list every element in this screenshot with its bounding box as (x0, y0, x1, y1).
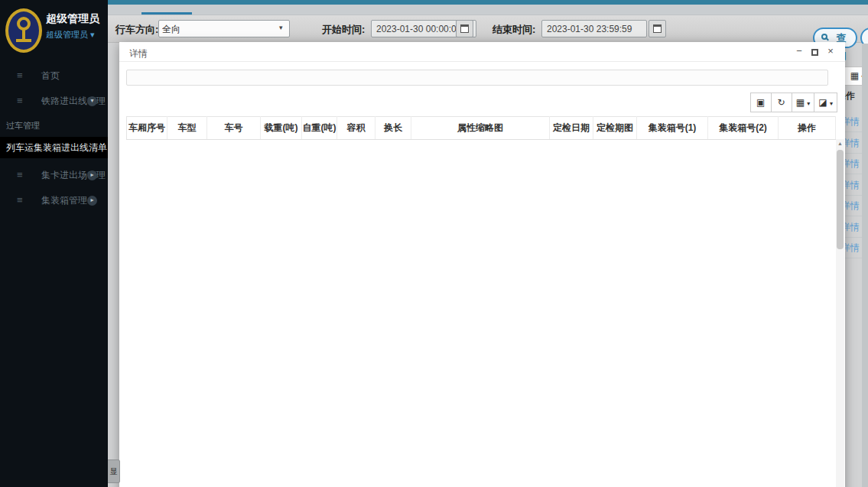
sidebar-item-container-mgmt[interactable]: ≡ 集装箱管理 ▸ (0, 190, 108, 210)
column-header-10: 集装箱号(1) (637, 117, 708, 140)
column-header-8: 定检日期 (550, 117, 593, 140)
logo-base (16, 39, 31, 42)
direction-select[interactable]: 全向 (158, 20, 290, 37)
column-header-7: 属性缩略图 (411, 117, 550, 140)
list-icon: ≡ (17, 165, 23, 185)
active-tab-indicator (141, 12, 192, 15)
filter-bar: 行车方向: 全向 ▾ 开始时间: 结束时间: (108, 15, 868, 43)
column-header-5: 容积 (337, 117, 375, 140)
refresh-button[interactable]: ↻ (771, 93, 792, 112)
chevron-right-icon: ▸ (87, 196, 97, 206)
column-header-12: 操作 (779, 117, 836, 140)
column-header-4: 自重(吨) (302, 117, 337, 140)
start-time-label: 开始时间: (322, 23, 365, 37)
sidebar-item-truck-gate[interactable]: ≡ 集卡进出场管理 ▸ (0, 165, 108, 185)
column-header-9: 定检期图 (593, 117, 637, 140)
modal-table-scrollbar[interactable]: ▲ ▼ (836, 139, 844, 487)
detail-table: 车厢序号车型车号载重(吨)自重(吨)容积换长属性缩略图定检日期定检期图集装箱号(… (126, 116, 836, 140)
card-view-button[interactable]: ▣ (750, 93, 772, 112)
sidebar-item-home[interactable]: ≡ 首页 (0, 66, 108, 86)
tab-bar (108, 5, 868, 15)
end-calendar-button[interactable] (649, 20, 666, 37)
column-header-1: 车型 (167, 117, 207, 140)
caret-down-icon: ▾ (830, 100, 833, 107)
chevron-right-icon: ▸ (87, 170, 97, 180)
caret-down-icon: ▾ (807, 100, 810, 107)
list-icon: ≡ (17, 190, 23, 210)
export-button[interactable]: ◪ ▾ (814, 93, 837, 112)
scrollbar-thumb[interactable] (837, 150, 844, 249)
app-title: 超级管理员 (46, 12, 99, 26)
user-menu[interactable]: 超级管理员 ▾ (46, 29, 95, 41)
sidebar: 超级管理员 超级管理员 ▾ ≡ 首页 ≡ 铁路进出线管理 ▾ 过车管理 列车运集… (0, 0, 108, 487)
search-icon (821, 34, 827, 40)
minimize-button[interactable]: − (794, 46, 805, 57)
modal-header: 详情 − × (119, 42, 845, 62)
modal-search-input[interactable] (126, 70, 828, 86)
railway-logo-icon (5, 8, 42, 53)
sidebar-item-railway-lines[interactable]: ≡ 铁路进出线管理 ▾ (0, 91, 108, 111)
end-time-label: 结束时间: (493, 23, 535, 37)
sidebar-section-label: 过车管理 (6, 120, 40, 131)
list-icon: ≡ (17, 91, 23, 111)
calendar-icon (653, 24, 662, 33)
sidebar-item-train-container-list[interactable]: 列车运集装箱进出线清单 (0, 137, 108, 158)
chevron-down-icon: ▾ (87, 96, 97, 106)
table-header-row: 车厢序号车型车号载重(吨)自重(吨)容积换长属性缩略图定检日期定检期图集装箱号(… (127, 117, 836, 140)
column-header-0: 车厢序号 (127, 117, 167, 140)
column-header-11: 集装箱号(2) (708, 117, 779, 140)
show-panel-handle[interactable]: 显 (108, 459, 120, 483)
calendar-icon (460, 24, 469, 33)
direction-label: 行车方向: (115, 23, 158, 37)
maximize-button[interactable] (811, 49, 818, 56)
page-scrollbar[interactable] (862, 44, 868, 487)
start-calendar-button[interactable] (456, 20, 473, 37)
logo-ring (17, 17, 31, 31)
close-button[interactable]: × (825, 46, 836, 57)
list-icon: ≡ (17, 66, 23, 86)
modal-toolbar: ▣ ↻ ▦ ▾ ◪ ▾ (751, 93, 837, 112)
column-header-2: 车号 (207, 117, 261, 140)
modal-title: 详情 (129, 47, 148, 60)
column-header-6: 换长 (375, 117, 411, 140)
scroll-up-icon[interactable]: ▲ (836, 139, 844, 148)
table-wrap: 车厢序号车型车号载重(吨)自重(吨)容积换长属性缩略图定检日期定检期图集装箱号(… (126, 116, 836, 140)
end-time-input[interactable] (541, 20, 647, 37)
column-header-3: 载重(吨) (261, 117, 302, 140)
detail-modal: 详情 − × ▣ ↻ ▦ ▾ ◪ ▾ 车厢序号车型车号载重(吨)自重(吨)容积换… (119, 42, 845, 487)
columns-button[interactable]: ▦ ▾ (792, 93, 815, 112)
